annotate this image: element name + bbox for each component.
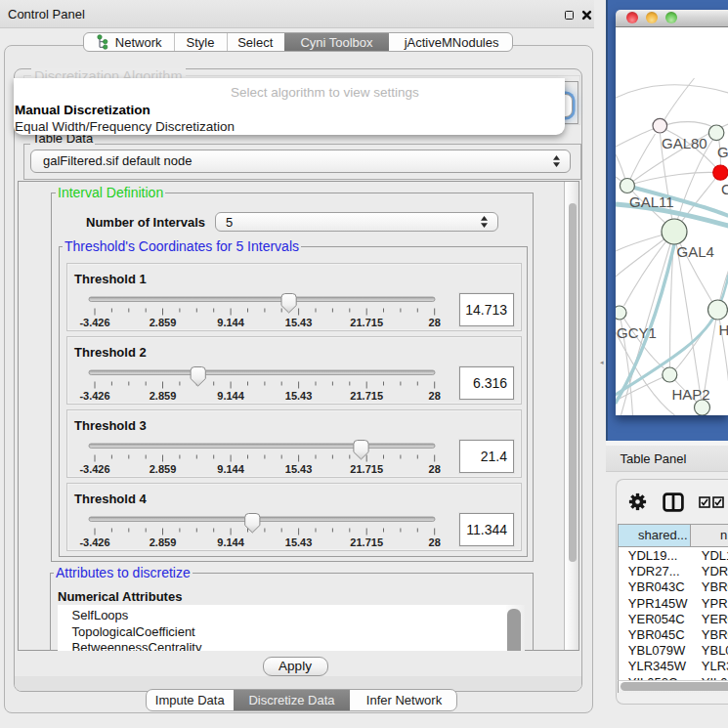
- svg-text:GA: GA: [717, 144, 728, 160]
- svg-text:GAL11: GAL11: [629, 193, 674, 210]
- svg-text:GCY1: GCY1: [617, 324, 657, 341]
- svg-text:GAL80: GAL80: [662, 135, 707, 151]
- svg-text:HAP2: HAP2: [671, 386, 709, 403]
- svg-text:HA: HA: [718, 321, 728, 338]
- svg-text:GAL4: GAL4: [676, 243, 713, 260]
- svg-text:CA: CA: [721, 181, 728, 197]
